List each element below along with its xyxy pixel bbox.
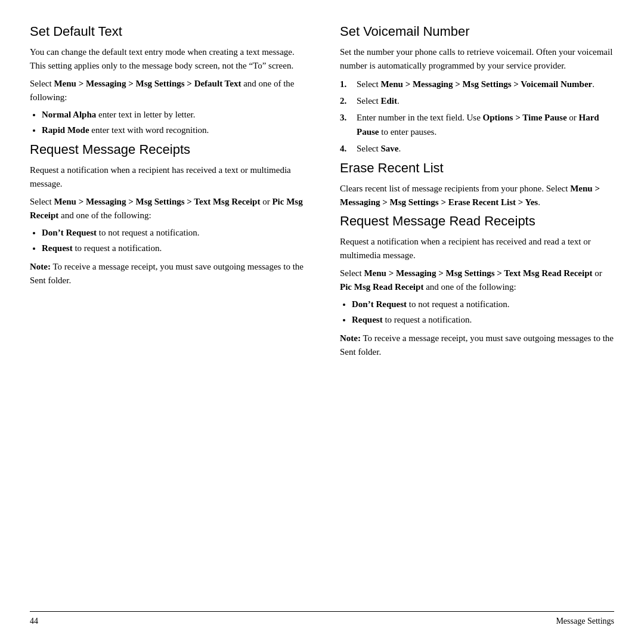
- set-default-text-options: Normal Alpha enter text in letter by let…: [42, 107, 304, 137]
- set-voicemail-number-steps: Select Menu > Messaging > Msg Settings >…: [340, 77, 614, 156]
- request-message-read-receipts-instruction: Select Menu > Messaging > Msg Settings >…: [340, 267, 614, 293]
- left-column: Set Default Text You can change the defa…: [30, 24, 310, 605]
- erase-recent-list-title: Erase Recent List: [340, 160, 614, 176]
- section-set-voicemail-number: Set Voicemail Number Set the number your…: [340, 24, 614, 156]
- request-message-read-receipts-title: Request Message Read Receipts: [340, 213, 614, 229]
- request-message-receipts-options: Don’t Request to not request a notificat…: [42, 225, 304, 255]
- erase-recent-list-intro: Clears recent list of message recipients…: [340, 182, 614, 209]
- page: Set Default Text You can change the defa…: [0, 0, 644, 644]
- list-item: Select Edit.: [340, 94, 614, 108]
- request-message-receipts-instruction: Select Menu > Messaging > Msg Settings >…: [30, 195, 304, 222]
- set-voicemail-number-title: Set Voicemail Number: [340, 24, 614, 39]
- section-request-message-receipts: Request Message Receipts Request a notif…: [30, 142, 304, 287]
- list-item: Don’t Request to not request a notificat…: [42, 225, 304, 240]
- set-default-text-title: Set Default Text: [30, 24, 304, 39]
- footer-section-name: Message Settings: [556, 617, 614, 626]
- list-item: Request to request a notification.: [42, 241, 304, 255]
- section-erase-recent-list: Erase Recent List Clears recent list of …: [340, 160, 614, 209]
- footer: 44 Message Settings: [30, 611, 614, 626]
- request-message-read-receipts-options: Don’t Request to not request a notificat…: [352, 297, 614, 327]
- set-default-text-intro: You can change the default text entry mo…: [30, 45, 304, 72]
- list-item: Select Save.: [340, 141, 614, 156]
- request-message-read-receipts-intro: Request a notification when a recipient …: [340, 235, 614, 262]
- request-message-receipts-title: Request Message Receipts: [30, 142, 304, 157]
- list-item: Select Menu > Messaging > Msg Settings >…: [340, 77, 614, 91]
- request-message-receipts-note: Note: To receive a message receipt, you …: [30, 260, 304, 287]
- list-item: Enter number in the text field. Use Opti…: [340, 110, 614, 139]
- request-message-read-receipts-note: Note: To receive a message receipt, you …: [340, 332, 614, 358]
- section-request-message-read-receipts: Request Message Read Receipts Request a …: [340, 213, 614, 358]
- list-item: Don’t Request to not request a notificat…: [352, 297, 614, 311]
- set-default-text-instruction: Select Menu > Messaging > Msg Settings >…: [30, 77, 304, 104]
- right-column: Set Voicemail Number Set the number your…: [334, 24, 614, 605]
- list-item: Rapid Mode enter text with word recognit…: [42, 123, 304, 137]
- footer-page-number: 44: [30, 617, 38, 626]
- list-item: Normal Alpha enter text in letter by let…: [42, 107, 304, 122]
- content-area: Set Default Text You can change the defa…: [30, 24, 614, 605]
- set-voicemail-number-intro: Set the number your phone calls to retri…: [340, 45, 614, 72]
- section-set-default-text: Set Default Text You can change the defa…: [30, 24, 304, 137]
- request-message-receipts-intro: Request a notification when a recipient …: [30, 163, 304, 190]
- list-item: Request to request a notification.: [352, 312, 614, 327]
